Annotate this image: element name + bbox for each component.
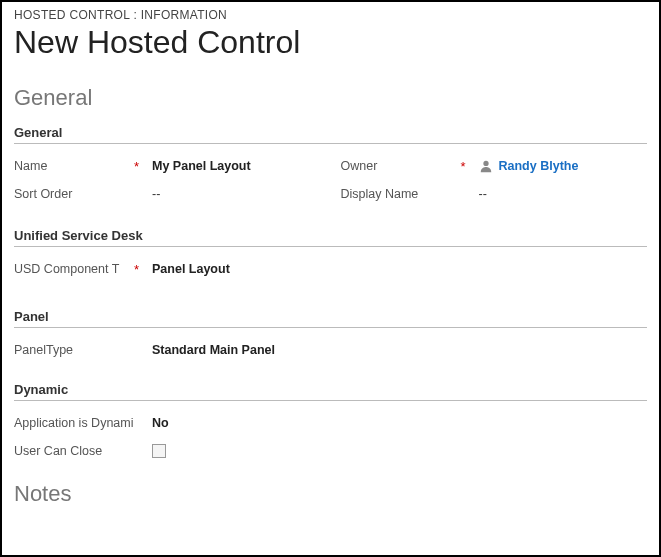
- subsection-header-general: General: [14, 125, 647, 144]
- subsection-panel: Panel PanelType Standard Main Panel: [14, 309, 647, 362]
- value-usd-component[interactable]: Panel Layout: [152, 262, 647, 276]
- checkbox-user-can-close[interactable]: [152, 444, 166, 458]
- label-panel-type: PanelType: [14, 343, 134, 357]
- value-name[interactable]: My Panel Layout: [152, 159, 321, 173]
- field-owner[interactable]: Owner * Randy Blythe: [341, 154, 648, 178]
- subsection-header-usd: Unified Service Desk: [14, 228, 647, 247]
- label-sort-order: Sort Order: [14, 187, 134, 201]
- person-icon: [479, 159, 493, 173]
- field-panel-type[interactable]: PanelType Standard Main Panel: [14, 338, 647, 362]
- subsection-header-dynamic: Dynamic: [14, 382, 647, 401]
- required-marker: *: [461, 159, 479, 174]
- label-name: Name: [14, 159, 134, 173]
- svg-point-0: [483, 161, 488, 166]
- label-owner: Owner: [341, 159, 461, 173]
- label-display-name: Display Name: [341, 187, 461, 201]
- field-sort-order[interactable]: Sort Order --: [14, 182, 321, 206]
- field-usd-component[interactable]: USD Component T * Panel Layout: [14, 257, 647, 281]
- subsection-usd: Unified Service Desk USD Component T * P…: [14, 228, 647, 281]
- owner-link[interactable]: Randy Blythe: [499, 159, 579, 173]
- section-title-general: General: [14, 85, 647, 111]
- subsection-header-panel: Panel: [14, 309, 647, 328]
- field-user-can-close[interactable]: User Can Close: [14, 439, 647, 463]
- page-title: New Hosted Control: [14, 24, 647, 61]
- field-app-is-dynamic[interactable]: Application is Dynami No: [14, 411, 647, 435]
- required-marker: *: [134, 159, 152, 174]
- field-display-name[interactable]: Display Name --: [341, 182, 648, 206]
- field-name[interactable]: Name * My Panel Layout: [14, 154, 321, 178]
- subsection-general: General Name * My Panel Layout Sort Orde…: [14, 125, 647, 210]
- label-usd-component: USD Component T: [14, 262, 134, 276]
- label-user-can-close: User Can Close: [14, 444, 134, 458]
- required-marker: *: [134, 262, 152, 277]
- value-panel-type[interactable]: Standard Main Panel: [152, 343, 647, 357]
- section-title-notes: Notes: [14, 481, 647, 507]
- value-display-name[interactable]: --: [479, 187, 648, 201]
- subsection-dynamic: Dynamic Application is Dynami No User Ca…: [14, 382, 647, 463]
- breadcrumb: HOSTED CONTROL : INFORMATION: [14, 8, 647, 22]
- label-app-is-dynamic: Application is Dynami: [14, 416, 134, 430]
- value-sort-order[interactable]: --: [152, 187, 321, 201]
- value-app-is-dynamic[interactable]: No: [152, 416, 647, 430]
